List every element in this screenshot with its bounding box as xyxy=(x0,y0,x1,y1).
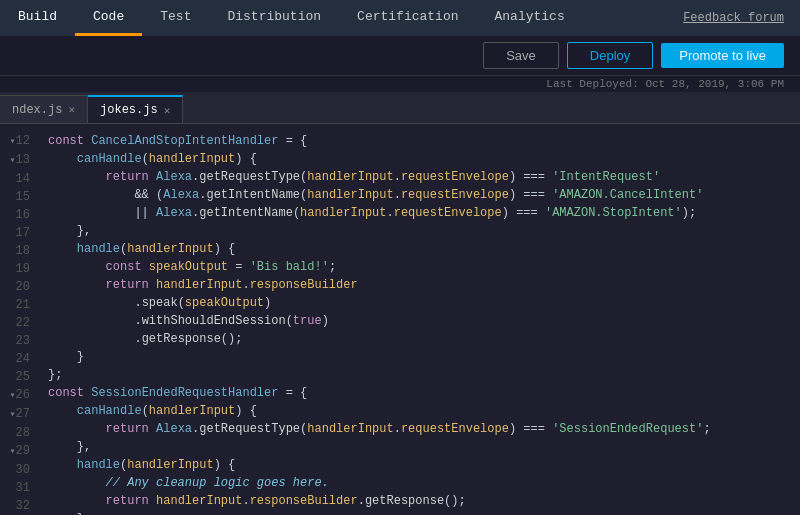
close-index-icon[interactable]: ✕ xyxy=(68,103,75,116)
feedback-link[interactable]: Feedback forum xyxy=(667,11,800,25)
tab-code[interactable]: Code xyxy=(75,0,142,36)
close-jokes-icon[interactable]: ✕ xyxy=(164,104,171,117)
action-bar: Save Deploy Promote to live xyxy=(0,36,800,76)
top-navigation: Build Code Test Distribution Certificati… xyxy=(0,0,800,36)
tab-analytics[interactable]: Analytics xyxy=(477,0,583,36)
tab-test[interactable]: Test xyxy=(142,0,209,36)
file-tab-index[interactable]: ndex.js ✕ xyxy=(0,95,88,123)
save-button[interactable]: Save xyxy=(483,42,559,69)
tab-build[interactable]: Build xyxy=(0,0,75,36)
line-numbers: ▾12▾13141516171819202122232425▾26▾2728▾2… xyxy=(0,124,36,515)
file-tab-jokes[interactable]: jokes.js ✕ xyxy=(88,95,183,123)
file-tabs: ndex.js ✕ jokes.js ✕ xyxy=(0,92,800,124)
promote-button[interactable]: Promote to live xyxy=(661,43,784,68)
code-editor: ▾12▾13141516171819202122232425▾26▾2728▾2… xyxy=(0,124,800,515)
file-tab-index-label: ndex.js xyxy=(12,103,62,117)
deploy-button[interactable]: Deploy xyxy=(567,42,653,69)
last-deployed-status: Last Deployed: Oct 28, 2019, 3:06 PM xyxy=(0,76,800,92)
tab-certification[interactable]: Certification xyxy=(339,0,476,36)
code-content[interactable]: const CancelAndStopIntentHandler = { can… xyxy=(36,124,800,515)
tab-distribution[interactable]: Distribution xyxy=(209,0,339,36)
file-tab-jokes-label: jokes.js xyxy=(100,103,158,117)
